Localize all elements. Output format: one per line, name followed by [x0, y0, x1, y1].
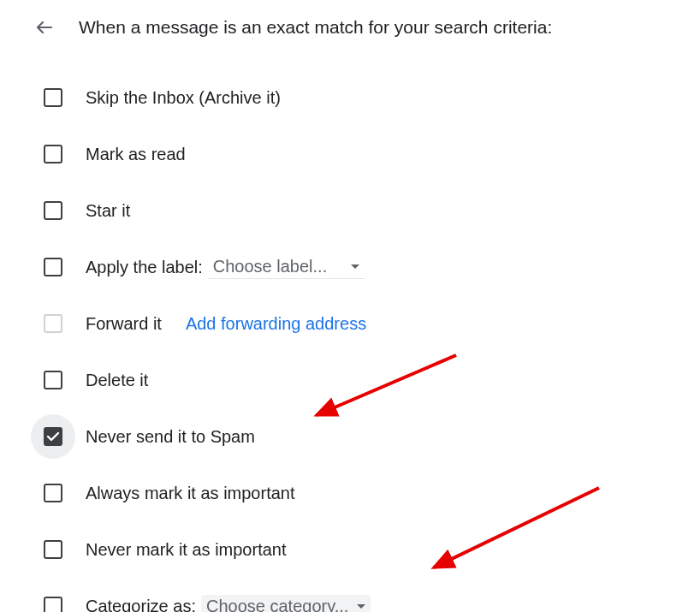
back-arrow-icon[interactable] [34, 17, 55, 38]
option-apply-label: Apply the label: Choose label... [34, 248, 700, 286]
label-apply-label: Apply the label: [86, 258, 203, 277]
label-mark-read: Mark as read [86, 145, 186, 164]
dropdown-choose-category-text: Choose category... [206, 597, 348, 613]
page-title: When a message is an exact match for you… [79, 17, 552, 38]
option-skip-inbox: Skip the Inbox (Archive it) [34, 79, 700, 116]
chevron-down-icon [357, 604, 365, 609]
checkbox-skip-inbox[interactable] [34, 79, 72, 116]
option-categorize-as: Categorize as: Choose category... [34, 587, 700, 612]
option-mark-read: Mark as read [34, 135, 700, 173]
label-forward-it: Forward it [86, 314, 162, 334]
checkbox-apply-label[interactable] [34, 248, 72, 286]
checkmark-icon [46, 430, 60, 443]
option-forward-it: Forward it Add forwarding address [34, 305, 700, 342]
label-categorize-as: Categorize as: [86, 597, 196, 613]
label-star-it: Star it [86, 201, 130, 221]
option-never-important: Never mark it as important [34, 531, 700, 568]
header-row: When a message is an exact match for you… [34, 17, 700, 38]
checkbox-never-spam[interactable] [34, 418, 72, 455]
label-delete-it: Delete it [86, 371, 148, 390]
checkbox-mark-read[interactable] [34, 135, 72, 173]
checkbox-categorize-as[interactable] [34, 587, 72, 612]
label-never-important: Never mark it as important [86, 540, 287, 560]
checkbox-star-it[interactable] [34, 192, 72, 229]
checkbox-always-important[interactable] [34, 474, 72, 512]
label-skip-inbox: Skip the Inbox (Archive it) [86, 88, 281, 108]
dropdown-choose-label[interactable]: Choose label... [208, 255, 365, 279]
dropdown-choose-category[interactable]: Choose category... [201, 595, 371, 613]
checkbox-delete-it[interactable] [34, 361, 72, 399]
checkbox-never-important[interactable] [34, 531, 72, 568]
chevron-down-icon [351, 264, 359, 269]
checkbox-forward-it[interactable] [34, 305, 72, 342]
label-never-spam: Never send it to Spam [86, 427, 255, 447]
dropdown-choose-label-text: Choose label... [213, 257, 327, 276]
label-always-important: Always mark it as important [86, 484, 295, 503]
option-star-it: Star it [34, 192, 700, 229]
option-never-spam: Never send it to Spam [34, 418, 700, 455]
option-always-important: Always mark it as important [34, 474, 700, 512]
link-add-forwarding-address[interactable]: Add forwarding address [186, 314, 366, 334]
option-delete-it: Delete it [34, 361, 700, 399]
